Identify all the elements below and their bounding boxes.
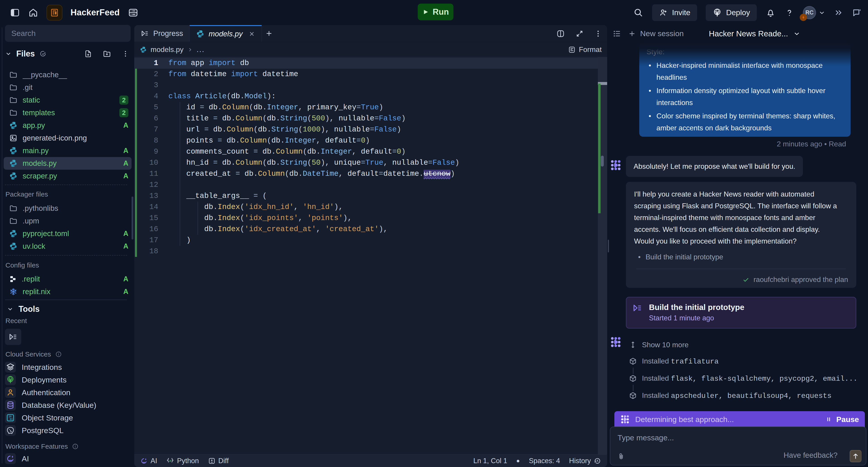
session-selector[interactable]: Hacker News Reade... — [709, 29, 801, 38]
file-row-main.py[interactable]: main.pyA — [4, 144, 131, 157]
editor-scrollbar-track[interactable] — [598, 57, 607, 455]
pane-menu-icon[interactable] — [594, 30, 602, 38]
code-line-14[interactable]: 14 db.Index('idx_hn_id', 'hn_id'), — [134, 202, 598, 212]
code-line-2[interactable]: 2from datetime import datetime — [134, 69, 598, 80]
code-line-8[interactable]: 8 points = db.Column(db.Integer, default… — [134, 135, 598, 146]
sidebar-toggle-icon[interactable] — [10, 8, 20, 18]
new-file-icon[interactable] — [84, 50, 92, 58]
file-row-.upm[interactable]: .upm — [4, 214, 131, 227]
feedback-link[interactable]: Have feedback? — [784, 451, 838, 460]
tools-section-header[interactable]: Tools — [7, 303, 39, 315]
tab-models.py[interactable]: models.py — [190, 25, 262, 42]
pause-button[interactable]: Pause — [826, 415, 859, 424]
search-input[interactable] — [5, 25, 131, 42]
status-language[interactable]: Python — [166, 457, 199, 465]
file-row-pyproject.toml[interactable]: pyproject.tomlA — [4, 227, 131, 240]
code-line-17[interactable]: 17 ) — [134, 235, 598, 246]
workspace-menu-icon[interactable] — [128, 7, 138, 18]
file-row-scraper.py[interactable]: scraper.pyA — [4, 170, 131, 182]
tab-progress[interactable]: Progress — [134, 25, 190, 42]
files-menu-icon[interactable] — [122, 50, 129, 58]
collapse-right-icon[interactable] — [834, 8, 843, 17]
help-icon[interactable] — [784, 8, 794, 18]
code-line-3[interactable]: 3 — [134, 80, 598, 91]
service-row-postgresql[interactable]: PostgreSQL — [0, 424, 134, 437]
file-row-templates[interactable]: templates2 — [4, 106, 131, 119]
package-icon — [629, 374, 637, 382]
workspace-feature-ai[interactable]: AI — [0, 452, 134, 465]
file-row-app.py[interactable]: app.pyA — [4, 119, 131, 132]
attach-icon[interactable] — [617, 452, 626, 461]
line-number: 15 — [134, 214, 158, 222]
code-line-18[interactable]: 18 — [134, 246, 598, 257]
file-row-generated-icon.png[interactable]: generated-icon.png — [4, 132, 131, 144]
code-editor[interactable]: 1from app import db2from datetime import… — [134, 57, 607, 467]
code-line-16[interactable]: 16 db.Index('idx_created_at', 'created_a… — [134, 224, 598, 235]
status-diff[interactable]: Diff — [208, 457, 229, 465]
agent-logo-icon — [620, 414, 630, 424]
code-line-9[interactable]: 9 comments_count = db.Column(db.Integer,… — [134, 146, 598, 157]
chevron-right-icon — [187, 47, 193, 53]
service-row-integrations[interactable]: Integrations — [0, 361, 134, 373]
code-line-6[interactable]: 6 title = db.Column(db.String(500), null… — [134, 113, 598, 124]
message-input[interactable]: Type message... Have feedback? — [610, 427, 866, 465]
braces-check-icon — [166, 457, 174, 465]
status-ai[interactable]: AI — [140, 457, 157, 465]
search-icon[interactable] — [633, 7, 644, 18]
file-row-replit.nix[interactable]: replit.nixA — [4, 285, 131, 298]
notifications-icon[interactable] — [765, 7, 776, 18]
account-menu[interactable]: RC — [803, 6, 826, 19]
code-line-1[interactable]: 1from app import db — [134, 58, 598, 69]
line-source: db.Index('idx_hn_id', 'hn_id'), — [158, 203, 343, 211]
split-pane-icon[interactable] — [556, 29, 565, 38]
breadcrumb-file[interactable]: models.py — [151, 45, 184, 54]
code-line-11[interactable]: 11 created_at = db.Column(db.DateTime, d… — [134, 168, 598, 179]
file-row--pycache-[interactable]: __pycache__ — [4, 68, 131, 81]
run-button[interactable]: Run — [418, 4, 454, 20]
file-row-.git[interactable]: .git — [4, 81, 131, 94]
status-cursor-position[interactable]: Ln 1, Col 1 — [473, 457, 507, 465]
editor-scrollbar-thumb[interactable] — [601, 156, 604, 167]
status-history[interactable]: History — [569, 457, 601, 465]
app-icon[interactable] — [46, 5, 62, 21]
file-row-.pythonlibs[interactable]: .pythonlibs — [4, 202, 131, 214]
deploy-button[interactable]: Deploy — [706, 4, 757, 21]
file-row-static[interactable]: static2 — [4, 94, 131, 106]
new-session-button[interactable]: New session — [628, 29, 684, 38]
service-row-deployments[interactable]: Deployments — [0, 373, 134, 386]
agent-plan-bullet: •Build the initial prototype — [634, 251, 848, 263]
code-line-5[interactable]: 5 id = db.Column(db.Integer, primary_key… — [134, 102, 598, 113]
code-line-12[interactable]: 12 — [134, 179, 598, 191]
line-number: 4 — [134, 92, 158, 101]
code-line-13[interactable]: 13 __table_args__ = ( — [134, 191, 598, 202]
home-icon[interactable] — [28, 7, 38, 18]
code-line-15[interactable]: 15 db.Index('idx_points', 'points'), — [134, 212, 598, 224]
file-row-uv.lock[interactable]: uv.lockA — [4, 240, 131, 253]
code-line-4[interactable]: 4class Article(db.Model): — [134, 91, 598, 102]
line-source: hn_id = db.Column(db.String(50), unique=… — [158, 159, 459, 167]
close-tab-icon[interactable] — [248, 31, 255, 37]
breadcrumb-more[interactable]: ... — [197, 45, 205, 54]
recent-agent-tile[interactable] — [5, 329, 21, 345]
expand-pane-icon[interactable] — [575, 29, 584, 38]
file-row-.replit[interactable]: .replitA — [4, 273, 131, 285]
service-row-database-key-value-[interactable]: Database (Key/Value) — [0, 399, 134, 411]
service-row-object-storage[interactable]: 1001Object Storage — [0, 411, 134, 424]
new-tab-button[interactable] — [262, 25, 276, 42]
new-folder-icon[interactable] — [103, 49, 111, 58]
code-line-10[interactable]: 10 hn_id = db.Column(db.String(50), uniq… — [134, 157, 598, 168]
invite-button[interactable]: Invite — [652, 4, 697, 21]
status-spaces[interactable]: Spaces: 4 — [529, 457, 560, 465]
sidebar-scrollbar[interactable] — [131, 197, 133, 239]
send-button[interactable] — [850, 450, 862, 462]
file-row-models.py[interactable]: models.pyA — [4, 157, 131, 170]
show-more-row[interactable]: Show 10 more — [629, 339, 688, 351]
service-row-authentication[interactable]: Authentication — [0, 386, 134, 399]
session-list-icon[interactable] — [613, 29, 622, 38]
panel-resize-handle[interactable] — [608, 240, 609, 253]
code-line-7[interactable]: 7 url = db.Column(db.String(1000), nulla… — [134, 124, 598, 135]
task-progress-card[interactable]: Build the initial prototype Started 1 mi… — [626, 297, 856, 329]
files-section-header[interactable]: Files — [5, 47, 131, 60]
feedback-chat-icon[interactable] — [852, 7, 862, 18]
format-button[interactable]: Format — [568, 45, 602, 54]
